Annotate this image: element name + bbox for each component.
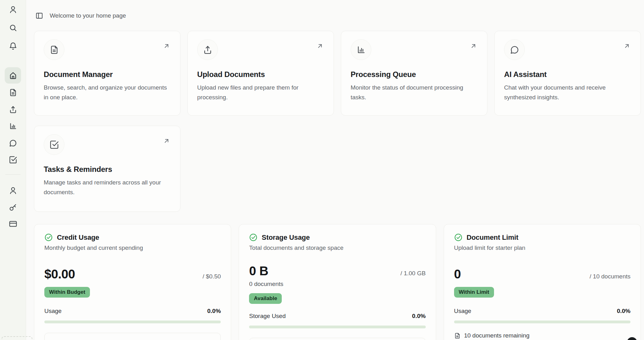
- sidebar-notifications-button[interactable]: [8, 41, 17, 50]
- sidebar-user-button[interactable]: [8, 5, 17, 14]
- sidebar-search-button[interactable]: [8, 23, 17, 32]
- chat-icon: [510, 45, 519, 55]
- user-icon: [9, 186, 17, 195]
- stat-title: Storage Usage: [262, 233, 310, 242]
- card-description: Chat with your documents and receive syn…: [504, 83, 631, 102]
- status-badge: Available: [249, 293, 282, 304]
- sidebar-toggle-button[interactable]: [35, 12, 43, 20]
- sidebar-item-documents[interactable]: [5, 84, 21, 101]
- card-icon-circle: [504, 39, 525, 60]
- sidebar-item-upload[interactable]: [5, 101, 21, 118]
- usage-percent: 0.0%: [207, 308, 221, 315]
- stat-value: 0: [454, 267, 461, 281]
- usage-label: Usage: [44, 308, 62, 315]
- stat-title: Document Limit: [467, 233, 519, 242]
- usage-label: Storage Used: [249, 313, 286, 320]
- usage-progress-bar: [454, 321, 630, 323]
- arrow-up-right-icon: [623, 42, 630, 50]
- stat-card-storage-usage: Storage Usage Total documents and storag…: [239, 224, 436, 340]
- stat-value: $0.00: [44, 267, 75, 281]
- circle-check-icon: [454, 233, 463, 242]
- card-title: Document Manager: [44, 70, 171, 79]
- stat-denominator: / 10 documents: [590, 273, 630, 280]
- file-text-icon: [49, 45, 59, 55]
- card-title: Upload Documents: [197, 70, 324, 79]
- usage-progress-bar: [249, 326, 425, 328]
- arrow-up-right-icon: [470, 42, 477, 50]
- chat-icon: [9, 139, 17, 147]
- card-tasks-reminders[interactable]: Tasks & Reminders Manage tasks and remin…: [34, 126, 180, 212]
- usage-label: Usage: [454, 308, 471, 315]
- sidebar: [0, 0, 26, 340]
- upload-icon: [9, 105, 17, 114]
- usage-percent: 0.0%: [412, 313, 425, 320]
- card-ai-assistant[interactable]: AI Assistant Chat with your documents an…: [494, 31, 641, 116]
- sidebar-profile-button[interactable]: [8, 186, 17, 195]
- sidebar-item-home[interactable]: [5, 67, 21, 84]
- card-icon-circle: [44, 39, 64, 60]
- card-title: Tasks & Reminders: [44, 165, 171, 174]
- token-costs-box: Token costs $0.000: [44, 333, 221, 340]
- bell-icon: [9, 42, 17, 50]
- credit-card-icon: [9, 220, 17, 228]
- circle-check-icon: [249, 233, 258, 242]
- bar-chart-icon: [9, 122, 17, 130]
- sidebar-item-tasks[interactable]: [5, 151, 21, 168]
- sidebar-item-chat[interactable]: [5, 135, 21, 151]
- stat-sub-value: 0 documents: [249, 281, 425, 288]
- card-title: AI Assistant: [504, 70, 631, 79]
- arrow-up-right-icon: [316, 42, 324, 50]
- stat-denominator: / $0.50: [203, 273, 221, 280]
- card-document-manager[interactable]: Document Manager Browse, search, and org…: [34, 31, 180, 116]
- file-text-icon: [9, 88, 17, 97]
- card-icon-circle: [44, 134, 64, 155]
- stat-title: Credit Usage: [57, 233, 99, 242]
- card-description: Browse, search, and organize your docume…: [44, 83, 171, 102]
- sidebar-item-processing[interactable]: [5, 118, 21, 134]
- usage-progress-bar: [44, 321, 221, 323]
- stat-subtitle: Monthly budget and current spending: [44, 244, 221, 251]
- status-badge: Within Budget: [44, 287, 90, 298]
- stat-subtitle: Total documents and storage space: [249, 244, 425, 251]
- stat-subtitle: Upload limit for starter plan: [454, 244, 630, 251]
- user-icon: [9, 5, 17, 14]
- page-header: Welcome to your home page: [35, 12, 126, 20]
- file-text-icon: [454, 332, 461, 339]
- arrow-up-right-icon: [163, 42, 170, 50]
- usage-percent: 0.0%: [617, 308, 630, 315]
- sidebar-dashed-slot: [2, 336, 32, 340]
- quick-cards-row-2: Tasks & Reminders Manage tasks and remin…: [34, 126, 180, 212]
- sidebar-billing-button[interactable]: [8, 219, 17, 228]
- card-description: Manage tasks and reminders across all yo…: [44, 178, 171, 197]
- check-square-icon: [49, 140, 59, 150]
- home-icon: [9, 71, 17, 80]
- card-title: Processing Queue: [351, 70, 478, 79]
- stat-card-credit-usage: Credit Usage Monthly budget and current …: [34, 224, 231, 340]
- storage-detail-box: [249, 338, 425, 340]
- card-processing-queue[interactable]: Processing Queue Monitor the status of d…: [341, 31, 487, 116]
- card-description: Monitor the status of document processin…: [351, 83, 478, 102]
- arrow-up-right-icon: [163, 137, 170, 145]
- check-square-icon: [9, 156, 17, 164]
- stat-card-document-limit: Document Limit Upload limit for starter …: [444, 224, 641, 340]
- documents-remaining-note: 10 documents remaining: [454, 332, 630, 339]
- card-icon-circle: [351, 39, 371, 60]
- quick-cards-row: Document Manager Browse, search, and org…: [34, 31, 641, 116]
- status-badge: Within Limit: [454, 287, 494, 298]
- page-title: Welcome to your home page: [50, 12, 126, 19]
- documents-remaining-text: 10 documents remaining: [464, 332, 530, 339]
- stats-row: Credit Usage Monthly budget and current …: [34, 224, 641, 340]
- sidebar-api-keys-button[interactable]: [8, 203, 17, 211]
- stat-denominator: / 1.00 GB: [400, 270, 425, 277]
- sidebar-divider: [5, 174, 20, 175]
- stat-value: 0 B: [249, 264, 268, 278]
- upload-icon: [203, 45, 213, 55]
- circle-check-icon: [44, 233, 53, 242]
- card-description: Upload new files and prepare them for pr…: [197, 83, 324, 102]
- bar-chart-icon: [356, 45, 366, 55]
- search-icon: [9, 24, 17, 32]
- panel-left-icon: [35, 12, 43, 20]
- key-icon: [9, 203, 17, 211]
- card-icon-circle: [197, 39, 218, 60]
- card-upload-documents[interactable]: Upload Documents Upload new files and pr…: [187, 31, 334, 116]
